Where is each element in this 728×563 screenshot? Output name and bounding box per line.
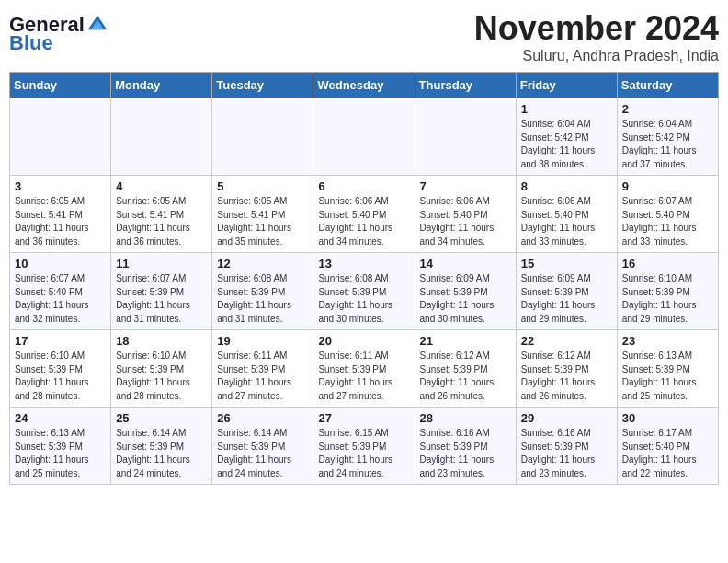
day-number: 18 bbox=[116, 334, 207, 348]
day-info: Sunrise: 6:07 AM Sunset: 5:40 PM Dayligh… bbox=[622, 195, 713, 248]
weekday-thursday: Thursday bbox=[415, 73, 516, 98]
day-number: 25 bbox=[116, 411, 207, 425]
day-cell: 12Sunrise: 6:08 AM Sunset: 5:39 PM Dayli… bbox=[212, 253, 313, 330]
day-cell: 5Sunrise: 6:05 AM Sunset: 5:41 PM Daylig… bbox=[212, 176, 313, 253]
day-cell bbox=[10, 98, 111, 176]
day-cell: 3Sunrise: 6:05 AM Sunset: 5:41 PM Daylig… bbox=[10, 176, 111, 253]
location-title: Suluru, Andhra Pradesh, India bbox=[474, 48, 719, 64]
title-area: November 2024 Suluru, Andhra Pradesh, In… bbox=[474, 9, 719, 64]
day-info: Sunrise: 6:04 AM Sunset: 5:42 PM Dayligh… bbox=[521, 118, 612, 171]
week-row-3: 10Sunrise: 6:07 AM Sunset: 5:40 PM Dayli… bbox=[10, 253, 719, 330]
day-number: 1 bbox=[521, 102, 612, 116]
day-cell: 9Sunrise: 6:07 AM Sunset: 5:40 PM Daylig… bbox=[617, 176, 718, 253]
day-cell: 13Sunrise: 6:08 AM Sunset: 5:39 PM Dayli… bbox=[313, 253, 415, 330]
day-cell: 6Sunrise: 6:06 AM Sunset: 5:40 PM Daylig… bbox=[313, 176, 415, 253]
day-number: 26 bbox=[217, 411, 308, 425]
day-number: 7 bbox=[420, 179, 511, 193]
day-number: 4 bbox=[116, 179, 207, 193]
day-cell: 7Sunrise: 6:06 AM Sunset: 5:40 PM Daylig… bbox=[415, 176, 516, 253]
day-info: Sunrise: 6:08 AM Sunset: 5:39 PM Dayligh… bbox=[217, 272, 308, 326]
day-number: 11 bbox=[116, 257, 207, 270]
day-info: Sunrise: 6:04 AM Sunset: 5:42 PM Dayligh… bbox=[622, 118, 713, 171]
day-info: Sunrise: 6:16 AM Sunset: 5:39 PM Dayligh… bbox=[521, 427, 612, 480]
day-info: Sunrise: 6:10 AM Sunset: 5:39 PM Dayligh… bbox=[622, 272, 713, 326]
weekday-wednesday: Wednesday bbox=[313, 73, 415, 98]
day-number: 21 bbox=[420, 334, 511, 348]
day-number: 2 bbox=[622, 102, 713, 116]
day-cell: 17Sunrise: 6:10 AM Sunset: 5:39 PM Dayli… bbox=[10, 330, 111, 408]
day-cell: 22Sunrise: 6:12 AM Sunset: 5:39 PM Dayli… bbox=[516, 330, 617, 408]
day-number: 19 bbox=[217, 334, 308, 348]
day-number: 6 bbox=[318, 179, 409, 193]
weekday-tuesday: Tuesday bbox=[212, 73, 313, 98]
weekday-header-row: SundayMondayTuesdayWednesdayThursdayFrid… bbox=[10, 73, 719, 98]
day-cell: 29Sunrise: 6:16 AM Sunset: 5:39 PM Dayli… bbox=[516, 408, 617, 485]
day-number: 5 bbox=[217, 179, 308, 193]
day-cell: 18Sunrise: 6:10 AM Sunset: 5:39 PM Dayli… bbox=[111, 330, 212, 408]
day-info: Sunrise: 6:12 AM Sunset: 5:39 PM Dayligh… bbox=[521, 350, 612, 403]
day-number: 30 bbox=[622, 411, 713, 425]
day-info: Sunrise: 6:05 AM Sunset: 5:41 PM Dayligh… bbox=[15, 195, 106, 248]
day-cell: 10Sunrise: 6:07 AM Sunset: 5:40 PM Dayli… bbox=[10, 253, 111, 330]
day-info: Sunrise: 6:14 AM Sunset: 5:39 PM Dayligh… bbox=[116, 427, 207, 480]
day-info: Sunrise: 6:12 AM Sunset: 5:39 PM Dayligh… bbox=[420, 350, 511, 403]
day-cell: 23Sunrise: 6:13 AM Sunset: 5:39 PM Dayli… bbox=[617, 330, 718, 408]
weekday-sunday: Sunday bbox=[10, 73, 111, 98]
day-cell: 15Sunrise: 6:09 AM Sunset: 5:39 PM Dayli… bbox=[516, 253, 617, 330]
day-number: 10 bbox=[15, 257, 106, 270]
day-info: Sunrise: 6:06 AM Sunset: 5:40 PM Dayligh… bbox=[521, 195, 612, 248]
day-number: 17 bbox=[15, 334, 106, 348]
day-number: 3 bbox=[15, 179, 106, 193]
weekday-friday: Friday bbox=[516, 73, 617, 98]
day-cell: 27Sunrise: 6:15 AM Sunset: 5:39 PM Dayli… bbox=[313, 408, 415, 485]
day-cell: 20Sunrise: 6:11 AM Sunset: 5:39 PM Dayli… bbox=[313, 330, 415, 408]
day-info: Sunrise: 6:13 AM Sunset: 5:39 PM Dayligh… bbox=[622, 350, 713, 403]
calendar-table: SundayMondayTuesdayWednesdayThursdayFrid… bbox=[9, 72, 719, 485]
logo: General Blue bbox=[9, 13, 108, 55]
week-row-2: 3Sunrise: 6:05 AM Sunset: 5:41 PM Daylig… bbox=[10, 176, 719, 253]
page-header: General Blue November 2024 Suluru, Andhr… bbox=[9, 9, 719, 64]
calendar-body: 1Sunrise: 6:04 AM Sunset: 5:42 PM Daylig… bbox=[10, 98, 719, 485]
day-number: 23 bbox=[622, 334, 713, 348]
day-info: Sunrise: 6:08 AM Sunset: 5:39 PM Dayligh… bbox=[318, 272, 409, 326]
day-cell bbox=[111, 98, 212, 176]
day-cell: 8Sunrise: 6:06 AM Sunset: 5:40 PM Daylig… bbox=[516, 176, 617, 253]
day-cell: 1Sunrise: 6:04 AM Sunset: 5:42 PM Daylig… bbox=[516, 98, 617, 176]
day-number: 15 bbox=[521, 257, 612, 270]
day-number: 12 bbox=[217, 257, 308, 270]
day-info: Sunrise: 6:14 AM Sunset: 5:39 PM Dayligh… bbox=[217, 427, 308, 480]
day-info: Sunrise: 6:11 AM Sunset: 5:39 PM Dayligh… bbox=[318, 350, 409, 403]
day-number: 28 bbox=[420, 411, 511, 425]
day-info: Sunrise: 6:06 AM Sunset: 5:40 PM Dayligh… bbox=[420, 195, 511, 248]
logo-icon bbox=[86, 14, 108, 36]
day-info: Sunrise: 6:09 AM Sunset: 5:39 PM Dayligh… bbox=[521, 272, 612, 326]
day-number: 9 bbox=[622, 179, 713, 193]
day-number: 20 bbox=[318, 334, 409, 348]
day-info: Sunrise: 6:07 AM Sunset: 5:40 PM Dayligh… bbox=[15, 272, 106, 326]
day-number: 14 bbox=[420, 257, 511, 270]
week-row-1: 1Sunrise: 6:04 AM Sunset: 5:42 PM Daylig… bbox=[10, 98, 719, 176]
day-info: Sunrise: 6:07 AM Sunset: 5:39 PM Dayligh… bbox=[116, 272, 207, 326]
day-info: Sunrise: 6:11 AM Sunset: 5:39 PM Dayligh… bbox=[217, 350, 308, 403]
day-info: Sunrise: 6:09 AM Sunset: 5:39 PM Dayligh… bbox=[420, 272, 511, 326]
day-info: Sunrise: 6:16 AM Sunset: 5:39 PM Dayligh… bbox=[420, 427, 511, 480]
day-cell: 2Sunrise: 6:04 AM Sunset: 5:42 PM Daylig… bbox=[617, 98, 718, 176]
week-row-4: 17Sunrise: 6:10 AM Sunset: 5:39 PM Dayli… bbox=[10, 330, 719, 408]
day-number: 27 bbox=[318, 411, 409, 425]
day-cell: 26Sunrise: 6:14 AM Sunset: 5:39 PM Dayli… bbox=[212, 408, 313, 485]
day-cell: 25Sunrise: 6:14 AM Sunset: 5:39 PM Dayli… bbox=[111, 408, 212, 485]
day-cell bbox=[313, 98, 415, 176]
day-cell: 4Sunrise: 6:05 AM Sunset: 5:41 PM Daylig… bbox=[111, 176, 212, 253]
day-cell: 14Sunrise: 6:09 AM Sunset: 5:39 PM Dayli… bbox=[415, 253, 516, 330]
day-cell bbox=[212, 98, 313, 176]
weekday-saturday: Saturday bbox=[617, 73, 718, 98]
day-cell: 19Sunrise: 6:11 AM Sunset: 5:39 PM Dayli… bbox=[212, 330, 313, 408]
day-number: 24 bbox=[15, 411, 106, 425]
day-info: Sunrise: 6:10 AM Sunset: 5:39 PM Dayligh… bbox=[116, 350, 207, 403]
day-cell bbox=[415, 98, 516, 176]
weekday-monday: Monday bbox=[111, 73, 212, 98]
day-info: Sunrise: 6:06 AM Sunset: 5:40 PM Dayligh… bbox=[318, 195, 409, 248]
day-number: 29 bbox=[521, 411, 612, 425]
day-cell: 21Sunrise: 6:12 AM Sunset: 5:39 PM Dayli… bbox=[415, 330, 516, 408]
month-title: November 2024 bbox=[474, 9, 719, 48]
